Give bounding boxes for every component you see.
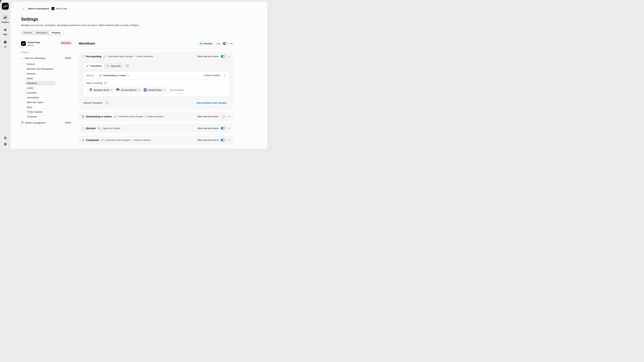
info-icon[interactable] [104,82,107,84]
section-header[interactable]: Onboarding in motion 3 permitted state c… [79,112,233,121]
changes-count: 3 permitted state changes [118,115,144,118]
remove-reviewer-icon[interactable] [163,89,166,91]
reviewers-count: 2 listed reviewers [147,115,164,118]
chevron-down-icon[interactable] [228,115,230,118]
bullet: • [144,115,146,118]
user-avatar[interactable] [2,143,8,148]
tab-transitions[interactable]: Transitions [83,63,104,69]
preview-button[interactable]: Preview [198,41,214,46]
nav-item-automations[interactable]: Automations [25,95,56,100]
back-label[interactable]: Back to workspace [28,7,49,10]
role-badge: Admin [64,121,72,124]
nav-item-epics[interactable]: Epics [25,105,56,109]
workspace-name: Acme Corp. [56,7,68,10]
nav-item-states[interactable]: States [25,76,56,81]
nav-item-work-item-types[interactable]: Work Item Types [25,100,56,105]
eye-icon [200,42,202,45]
bullet: • [132,139,132,141]
transition-icon [101,139,104,142]
chevron-down-icon[interactable] [228,139,230,141]
approvers-count: 3 approvers added [102,127,120,130]
back-button[interactable] [21,6,26,11]
target-state-name: Onboarding in motion [103,74,126,77]
workflow-section-completed: Completed 1 permitted state changes • 2 … [79,136,233,144]
nav-item-members-and-teamspaces[interactable]: Members and Teamspaces [25,67,56,71]
rail-item-wiki[interactable]: Wiki [2,27,8,35]
divider [79,48,233,49]
section-title: Completed [86,139,99,142]
remove-reviewer-icon[interactable] [138,89,140,91]
settings-nav: Acme Corp. Admin Business Projects ✏ New… [21,41,72,149]
info-icon[interactable] [126,64,129,67]
tab-projects[interactable]: Projects [50,30,63,35]
role-badge: Admin [64,56,72,60]
main-window: Back to workspace Acme Corp. Settings Ma… [10,2,267,149]
projects-section-label: Projects [21,51,72,54]
nav-item-project-updates[interactable]: Project Updates [25,110,56,114]
chevron-down-icon[interactable] [228,127,230,130]
project-new-hire-onboarding[interactable]: ✏ New hire onboarding Admin [21,56,72,60]
reviewers-field[interactable]: Benjamin Scott Jessica Moreno [86,86,226,94]
app-logo[interactable] [2,3,9,9]
add-permitted-state-changes-button[interactable]: Add permitted state changes [194,100,229,105]
org-name: Acme Corp. [28,41,40,44]
project-vendor-management[interactable]: ⏰ Vendor management Admin [21,121,72,124]
tab-transitions-label: Transitions [90,65,102,67]
allow-new-work-items-toggle[interactable] [221,127,225,130]
nav-item-labels[interactable]: Labels [25,86,56,90]
workflows-panel: Workflows Preview Live [79,41,233,149]
allow-new-work-items-label: Allow new work items [198,127,218,130]
target-state-selector[interactable]: Onboarding in motion [99,74,130,77]
org-logo-icon [21,41,26,46]
nav-item-estimates[interactable]: Estimates [25,90,56,95]
live-toggle[interactable] [223,42,228,45]
settings-gear-icon[interactable]: ⚙ [4,136,7,140]
changes-count: 3 permitted state changes [107,55,133,58]
rail-label-ai: AI [4,46,6,48]
section-header[interactable]: Pre-boarding 3 permitted state changes •… [79,52,233,61]
rail-item-projects[interactable]: Projects [2,15,9,23]
reviewer-name: Jessica Moreno [121,89,136,91]
ai-sparkle-icon [4,40,7,44]
allow-new-work-items-label: Allow new work items [198,55,218,58]
avatar-initial: D [144,88,147,92]
arrow: → [95,74,98,77]
more-menu-icon[interactable] [230,42,233,44]
page-title: Settings [21,17,233,22]
settings-tabs: Account Workspace Projects [21,30,63,35]
nav-item-general[interactable]: General [25,62,56,66]
nav-item-features[interactable]: Features [25,71,56,76]
starburst-icon [3,4,8,8]
panel-tabs: Transitions Approvals [83,63,123,69]
dotted-divider [86,79,226,79]
state-backlog-icon [82,127,84,130]
project-name: Vendor management [25,122,46,124]
rail-item-ai[interactable]: AI [2,39,8,48]
tab-account[interactable]: Account [22,30,34,35]
remove-reviewer-icon[interactable] [110,89,112,91]
add-reviewers-button[interactable]: Add reviewers [170,89,184,91]
when-moved-by-label: When moved by [86,82,102,84]
tab-workspace[interactable]: Workspace [34,30,50,35]
workflows-title: Workflows [79,42,95,45]
approvers-people-icon [98,127,100,130]
activate-transitions-toggle[interactable] [104,102,109,104]
transition-icon [86,64,88,67]
section-header[interactable]: Blocked 3 approvers added Allow new work… [79,124,233,133]
nav-item-templates[interactable]: Templates [25,114,56,119]
topbar: Back to workspace Acme Corp. [21,6,233,11]
transition-icon [103,55,106,58]
alarm-clock-emoji-icon: ⏰ [21,122,24,124]
person-check-icon [107,64,110,67]
rail-label-wiki: Wiki [4,33,7,35]
tab-approvals[interactable]: Approvals [104,63,123,69]
allow-new-work-items-toggle[interactable] [221,115,225,118]
section-header[interactable]: Completed 1 permitted state changes • 2 … [79,136,233,144]
org-row: Acme Corp. Admin Business [21,41,72,47]
allow-new-work-items-toggle[interactable] [221,55,225,58]
nav-item-workflows[interactable]: Workflows [25,81,56,86]
chevron-up-icon[interactable] [224,74,226,77]
workspace-chip[interactable]: Acme Corp. [52,7,68,10]
allow-new-work-items-toggle[interactable] [221,139,225,142]
chevron-up-icon[interactable] [228,55,230,58]
